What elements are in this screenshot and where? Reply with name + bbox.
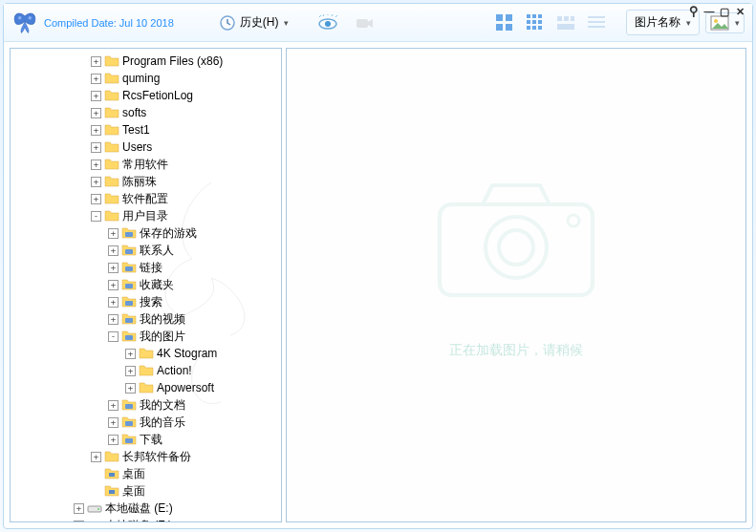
folder-sp-icon: [121, 243, 137, 258]
camera-button[interactable]: [349, 11, 381, 35]
tree-item[interactable]: +Users: [11, 138, 281, 156]
tree-item[interactable]: 桌面: [11, 482, 281, 500]
folder-icon: [104, 53, 119, 69]
svg-rect-13: [527, 20, 530, 24]
tree-item[interactable]: +softs: [11, 104, 281, 121]
svg-rect-21: [571, 16, 574, 21]
butterfly-logo-icon: [11, 10, 38, 36]
expand-icon[interactable]: +: [108, 297, 119, 308]
tree-item[interactable]: +quming: [11, 70, 281, 87]
tree-item-label: 下载: [140, 432, 162, 448]
svg-point-30: [499, 230, 533, 265]
folder-sp-icon: [121, 311, 137, 327]
folder-icon: [104, 139, 119, 155]
tree-item[interactable]: -用户目录: [11, 207, 281, 224]
expand-icon[interactable]: +: [125, 383, 136, 394]
tree-item[interactable]: +下载: [11, 431, 281, 448]
tree-item-label: 链接: [140, 260, 162, 276]
grid-large-view-button[interactable]: [494, 12, 515, 33]
expand-icon[interactable]: +: [91, 74, 101, 84]
tree-item[interactable]: +本地磁盘 (E:): [11, 500, 281, 517]
tree-item[interactable]: +4K Stogram: [11, 345, 281, 362]
expand-icon[interactable]: +: [108, 280, 119, 290]
expand-icon[interactable]: +: [108, 435, 119, 445]
tree-item[interactable]: +Action!: [11, 362, 281, 379]
tree-item[interactable]: +Apowersoft: [11, 379, 281, 396]
expand-icon[interactable]: +: [108, 417, 119, 428]
image-viewer-panel: 正在加载图片，请稍候: [286, 48, 746, 522]
tree-item[interactable]: +Program Files (x86): [11, 53, 281, 70]
eye-icon: [317, 14, 338, 32]
tree-item[interactable]: +RcsFetionLog: [11, 87, 281, 104]
tree-item[interactable]: +本地磁盘 (F:): [11, 517, 281, 521]
tree-item-label: 保存的游戏: [140, 225, 197, 242]
expand-icon[interactable]: +: [91, 177, 101, 187]
expand-icon[interactable]: +: [108, 228, 119, 239]
expand-icon[interactable]: +: [108, 263, 119, 273]
pin-button[interactable]: ⚲: [687, 6, 701, 19]
tree-item[interactable]: +联系人: [11, 242, 281, 259]
folder-icon: [104, 122, 119, 138]
folder-icon: [104, 208, 119, 223]
expand-icon[interactable]: +: [91, 194, 101, 204]
expand-icon[interactable]: +: [91, 142, 101, 153]
expand-icon[interactable]: +: [74, 521, 84, 522]
folder-tree[interactable]: +Program Files (x86)+quming+RcsFetionLog…: [11, 49, 281, 521]
compiled-date-label: Compiled Date: Jul 10 2018: [44, 17, 174, 29]
filmstrip-view-button[interactable]: [555, 12, 576, 33]
tree-item[interactable]: +我的文档: [11, 396, 281, 414]
eye-button[interactable]: [311, 11, 345, 35]
expand-icon[interactable]: +: [91, 91, 101, 101]
close-button[interactable]: ✕: [733, 6, 746, 19]
folder-sp-icon: [121, 294, 137, 309]
tree-item[interactable]: +我的视频: [11, 310, 281, 328]
clock-icon: [219, 14, 236, 32]
collapse-icon[interactable]: -: [91, 211, 101, 222]
tree-item[interactable]: +链接: [11, 259, 281, 276]
expand-icon[interactable]: +: [91, 56, 101, 67]
expand-icon[interactable]: +: [91, 452, 101, 462]
expand-icon[interactable]: +: [91, 108, 101, 118]
camcorder-icon: [356, 14, 375, 32]
expand-icon[interactable]: +: [125, 366, 136, 376]
maximize-button[interactable]: ▢: [718, 6, 731, 19]
minimize-button[interactable]: —: [702, 6, 716, 19]
svg-point-29: [486, 217, 547, 278]
tree-item-label: Program Files (x86): [122, 54, 223, 68]
expand-spacer: [91, 469, 101, 479]
folder-icon: [139, 380, 154, 395]
tree-item[interactable]: +常用软件: [11, 156, 281, 173]
svg-rect-11: [532, 14, 536, 18]
svg-point-4: [325, 21, 331, 27]
expand-icon[interactable]: +: [91, 125, 101, 136]
window-controls: ⚲ — ▢ ✕: [687, 6, 746, 19]
expand-icon[interactable]: +: [108, 400, 119, 411]
tree-item[interactable]: -我的图片: [11, 328, 281, 345]
tree-item[interactable]: +软件配置: [11, 190, 281, 207]
svg-rect-10: [527, 14, 530, 18]
expand-icon[interactable]: +: [91, 160, 101, 170]
folder-tree-panel: +Program Files (x86)+quming+RcsFetionLog…: [10, 48, 282, 522]
tree-item[interactable]: +保存的游戏: [11, 224, 281, 242]
history-button[interactable]: 历史(H): [212, 11, 296, 35]
expand-icon[interactable]: +: [108, 314, 119, 325]
collapse-icon[interactable]: -: [108, 331, 119, 342]
expand-spacer: [91, 486, 101, 497]
svg-point-0: [18, 16, 22, 20]
tree-item-label: 我的音乐: [140, 415, 185, 431]
tree-item[interactable]: +长邦软件备份: [11, 448, 281, 465]
tree-item[interactable]: +Test1: [11, 121, 281, 138]
folder-icon: [104, 71, 119, 86]
tree-item[interactable]: +搜索: [11, 293, 281, 310]
details-view-button[interactable]: [586, 12, 607, 33]
tree-item[interactable]: +收藏夹: [11, 276, 281, 293]
expand-icon[interactable]: +: [108, 245, 119, 256]
tree-item[interactable]: +陈丽珠: [11, 173, 281, 190]
expand-icon[interactable]: +: [74, 503, 84, 514]
tree-item[interactable]: 桌面: [11, 465, 281, 482]
tree-item[interactable]: +我的音乐: [11, 414, 281, 431]
grid-small-view-button[interactable]: [525, 12, 546, 33]
tree-item-label: 常用软件: [122, 157, 168, 173]
expand-icon[interactable]: +: [125, 349, 136, 359]
folder-icon: [139, 346, 154, 361]
